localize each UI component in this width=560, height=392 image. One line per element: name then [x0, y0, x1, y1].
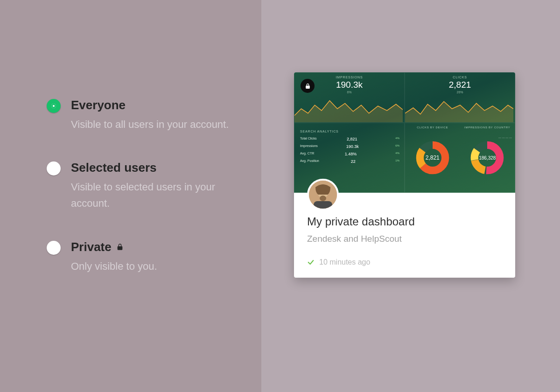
radio-everyone[interactable]	[47, 99, 61, 113]
thumb-analytics-label: SEARCH ANALYTICS	[300, 130, 399, 133]
avatar	[307, 179, 339, 210]
option-title: Private	[71, 240, 157, 254]
radio-private[interactable]	[47, 241, 61, 255]
radio-selected-users[interactable]	[47, 161, 61, 175]
lock-icon	[116, 243, 124, 251]
thumb-label: CLICKS	[405, 73, 515, 79]
avatar-placeholder-icon	[309, 181, 337, 209]
donut-label: CLICKS BY DEVICE	[405, 126, 460, 129]
thumb-value: 2,821	[405, 80, 515, 90]
option-title: Everyone	[71, 98, 229, 112]
visibility-options-panel: Everyone Visible to all users in your ac…	[0, 0, 261, 392]
donut-clicks-by-device: CLICKS BY DEVICE 2,821	[405, 123, 460, 192]
table-row: Avg. CTR1.48%4%	[300, 152, 399, 156]
lock-badge	[301, 79, 315, 93]
option-title-text: Private	[71, 240, 112, 254]
donut-label: IMPRESSIONS BY COUNTRY	[460, 126, 515, 129]
option-desc: Visible to all users in your account.	[71, 116, 229, 133]
donut-legend: — — — —	[498, 135, 512, 140]
preview-panel: IMPRESSIONS 190.3k 6% CLICKS 2,821 26%	[261, 0, 560, 392]
thumb-analytics-panel: SEARCH ANALYTICS Total Clicks2,8214% Imp…	[294, 123, 405, 193]
card-timestamp: 10 minutes ago	[319, 258, 370, 266]
thumb-label: IMPRESSIONS	[294, 73, 404, 79]
check-icon	[307, 259, 315, 266]
dashboard-thumbnail: IMPRESSIONS 190.3k 6% CLICKS 2,821 26%	[294, 72, 515, 193]
table-row: Total Clicks2,8214%	[300, 137, 399, 141]
card-subtitle: Zendesk and HelpScout	[307, 234, 502, 244]
sparkline-icon	[294, 95, 403, 122]
table-row: Avg. Position221%	[300, 159, 399, 164]
option-selected-users[interactable]: Selected users Visible to selected users…	[47, 161, 233, 211]
donut-center: 2,821	[426, 154, 440, 161]
option-title: Selected users	[71, 161, 233, 175]
option-desc: Visible to selected users in your accoun…	[71, 179, 233, 211]
thumb-delta: 26%	[405, 91, 515, 94]
thumb-clicks-panel: CLICKS 2,821 26%	[405, 72, 515, 123]
donut-impressions-by-country: IMPRESSIONS BY COUNTRY 186,328 — — — —	[460, 123, 515, 192]
option-everyone[interactable]: Everyone Visible to all users in your ac…	[47, 98, 233, 133]
svg-rect-10	[314, 201, 332, 209]
sparkline-icon	[405, 95, 513, 122]
svg-point-9	[320, 196, 326, 201]
lock-icon	[305, 83, 311, 90]
table-row: Impressions190.3k6%	[300, 144, 399, 149]
option-desc: Only visible to you.	[71, 258, 157, 274]
thumb-donuts-panel: CLICKS BY DEVICE 2,821 IMPRESSIONS BY CO…	[405, 123, 515, 193]
card-title: My private dashboard	[307, 215, 502, 228]
card-footer: 10 minutes ago	[294, 252, 515, 278]
dashboard-card[interactable]: IMPRESSIONS 190.3k 6% CLICKS 2,821 26%	[294, 72, 515, 278]
donut-center: 186,328	[479, 155, 496, 161]
option-private[interactable]: Private Only visible to you.	[47, 240, 233, 274]
